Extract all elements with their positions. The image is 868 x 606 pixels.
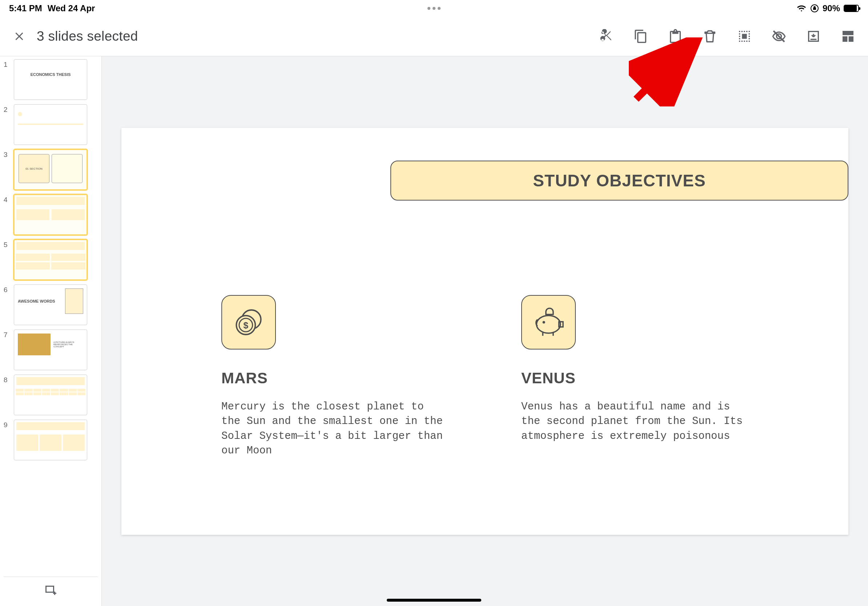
copy-icon[interactable] xyxy=(634,29,648,43)
wifi-icon xyxy=(797,5,807,12)
status-bar: 5:41 PM Wed 24 Apr 90% xyxy=(0,0,868,16)
piggy-icon-box xyxy=(521,295,576,349)
svg-point-9 xyxy=(542,321,545,323)
hide-icon[interactable] xyxy=(772,29,786,43)
battery-pct: 90% xyxy=(823,3,840,14)
app-toolbar: 3 slides selected xyxy=(0,16,868,56)
paste-icon[interactable] xyxy=(668,29,683,43)
slide-thumb-2[interactable]: 2 xyxy=(4,104,98,145)
new-slide-icon xyxy=(44,583,57,597)
status-date: Wed 24 Apr xyxy=(48,3,95,14)
multitask-dots[interactable] xyxy=(428,7,440,10)
status-time: 5:41 PM xyxy=(9,3,42,14)
delete-icon[interactable] xyxy=(703,29,717,43)
coins-icon-box: $ xyxy=(222,295,276,349)
new-slide-button[interactable] xyxy=(4,577,98,603)
slide-canvas[interactable]: STUDY OBJECTIVES $ MARS Mercury is the c… xyxy=(121,128,848,535)
piggy-icon xyxy=(530,306,567,339)
canvas-area[interactable]: STUDY OBJECTIVES $ MARS Mercury is the c… xyxy=(102,56,868,606)
close-icon[interactable] xyxy=(13,30,26,43)
svg-rect-2 xyxy=(46,586,53,592)
slide-thumb-4[interactable]: 4 xyxy=(4,194,98,235)
title-banner[interactable]: STUDY OBJECTIVES xyxy=(391,161,848,201)
slide-panel[interactable]: 1 ECONOMICS THESIS 2 3 01 SECTION 4 5 6 … xyxy=(0,56,102,606)
select-all-icon[interactable] xyxy=(737,29,752,43)
objective-card-mars[interactable]: $ MARS Mercury is the closest planet to … xyxy=(222,295,447,459)
slide-thumb-1[interactable]: 1 ECONOMICS THESIS xyxy=(4,59,98,100)
venus-body: Venus has a beautiful name and is the se… xyxy=(521,400,747,444)
slide-thumb-3[interactable]: 3 01 SECTION xyxy=(4,149,98,190)
title-banner-text: STUDY OBJECTIVES xyxy=(533,171,705,190)
slide-thumb-7[interactable]: 7 A PICTURE ALWAYS REINFORCES THE CONCEP… xyxy=(4,329,98,370)
svg-text:$: $ xyxy=(243,320,249,330)
slide-thumb-8[interactable]: 8 xyxy=(4,374,98,415)
layout-icon[interactable] xyxy=(841,29,855,43)
mars-heading: MARS xyxy=(222,369,447,387)
battery-icon xyxy=(844,5,859,12)
svg-point-7 xyxy=(536,315,561,333)
orientation-lock-icon xyxy=(810,4,819,13)
slide-thumb-6[interactable]: 6 AWESOME WORDS xyxy=(4,284,98,325)
mars-body: Mercury is the closest planet to the Sun… xyxy=(222,400,447,459)
slide-thumb-9[interactable]: 9 xyxy=(4,420,98,460)
slide-thumb-5[interactable]: 5 xyxy=(4,240,98,280)
objective-card-venus[interactable]: VENUS Venus has a beautiful name and is … xyxy=(521,295,747,444)
coins-icon: $ xyxy=(232,306,265,339)
cut-icon[interactable] xyxy=(599,29,614,43)
venus-heading: VENUS xyxy=(521,369,747,387)
home-indicator[interactable] xyxy=(387,599,481,601)
insert-file-icon[interactable] xyxy=(806,29,821,43)
selection-title: 3 slides selected xyxy=(37,29,138,44)
